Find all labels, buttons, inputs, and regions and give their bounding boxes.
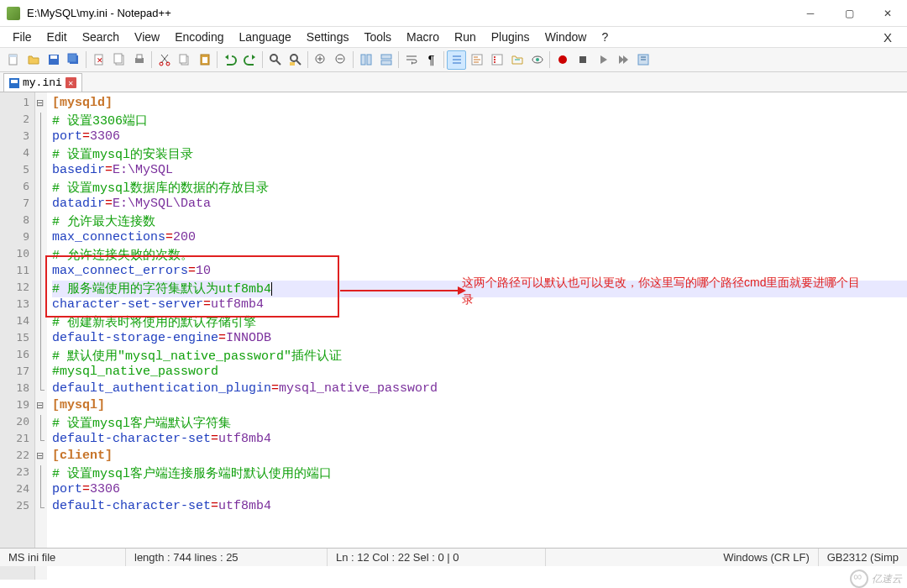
menu-settings[interactable]: Settings xyxy=(299,29,357,45)
menu-encoding[interactable]: Encoding xyxy=(167,29,231,45)
menu-run[interactable]: Run xyxy=(447,29,484,45)
code-line[interactable]: # 创建新表时将使用的默认存储引擎 xyxy=(52,314,907,331)
code-line[interactable]: # 设置3306端口 xyxy=(52,113,907,129)
indent-guide-icon[interactable] xyxy=(447,50,466,70)
menu-file[interactable]: File xyxy=(5,29,39,45)
zoom-in-icon[interactable] xyxy=(311,50,330,70)
menu-plugins[interactable]: Plugins xyxy=(484,29,537,45)
code-line[interactable]: default_authentication_plugin=mysql_nati… xyxy=(52,381,907,398)
function-list-icon[interactable] xyxy=(487,50,506,70)
save-icon[interactable] xyxy=(44,50,63,70)
new-file-icon[interactable] xyxy=(3,50,23,70)
line-number: 2 xyxy=(0,113,34,129)
maximize-button[interactable]: ▢ xyxy=(830,0,868,27)
code-view[interactable]: [mysqld]# 设置3306端口port=3306# 设置mysql的安装目… xyxy=(47,92,907,580)
menu-view[interactable]: View xyxy=(127,29,167,45)
doc-map-icon[interactable] xyxy=(467,50,486,70)
close-button[interactable]: ✕ xyxy=(868,0,907,27)
open-file-icon[interactable] xyxy=(24,50,43,70)
fold-marker xyxy=(35,247,47,264)
code-line[interactable]: basedir=E:\MySQL xyxy=(52,163,907,180)
save-all-icon[interactable] xyxy=(64,50,83,70)
undo-icon[interactable] xyxy=(220,50,239,70)
code-line[interactable]: # 默认使用"mysql_native_password"插件认证 xyxy=(52,348,907,365)
fold-marker[interactable] xyxy=(35,96,47,113)
sync-v-icon[interactable] xyxy=(356,50,375,70)
find-icon[interactable] xyxy=(265,50,285,70)
svg-text:✕: ✕ xyxy=(97,56,103,65)
redo-icon[interactable] xyxy=(240,50,260,70)
show-all-chars-icon[interactable]: ¶ xyxy=(422,50,441,70)
code-line[interactable]: max_connections=200 xyxy=(52,230,907,247)
code-line[interactable]: port=3306 xyxy=(52,129,907,146)
copy-icon[interactable] xyxy=(175,50,194,70)
fold-marker xyxy=(35,113,47,129)
code-line[interactable]: default-storage-engine=INNODB xyxy=(52,331,907,348)
record-macro-icon[interactable] xyxy=(553,50,572,70)
replace-icon[interactable] xyxy=(286,50,305,70)
code-line[interactable]: default-character-set=utf8mb4 xyxy=(52,432,907,449)
fold-column[interactable] xyxy=(35,92,47,580)
svg-rect-20 xyxy=(290,62,295,66)
code-line[interactable]: datadir=E:\MySQL\Data xyxy=(52,197,907,213)
line-number: 25 xyxy=(0,499,34,516)
line-number: 17 xyxy=(0,365,34,381)
file-tab[interactable]: my.ini ✕ xyxy=(3,73,82,92)
play-multi-icon[interactable] xyxy=(613,50,632,70)
folder-workspace-icon[interactable] xyxy=(507,50,527,70)
code-line[interactable]: port=3306 xyxy=(52,482,907,499)
monitoring-icon[interactable] xyxy=(527,50,547,70)
svg-point-18 xyxy=(270,55,277,61)
code-line[interactable]: default-character-set=utf8mb4 xyxy=(52,499,907,516)
code-line[interactable]: #mysql_native_password xyxy=(52,365,907,381)
fold-marker[interactable] xyxy=(35,449,47,465)
code-line[interactable]: [client] xyxy=(52,449,907,465)
svg-rect-24 xyxy=(367,55,371,65)
editor-area[interactable]: 1234567891011121314151617181920212223242… xyxy=(0,92,907,580)
status-eol[interactable]: Windows (CR LF) xyxy=(715,549,819,566)
save-macro-icon[interactable] xyxy=(633,50,653,70)
code-line[interactable]: [mysql] xyxy=(52,398,907,415)
menu-window[interactable]: Window xyxy=(537,29,595,45)
menu-tools[interactable]: Tools xyxy=(356,29,399,45)
menu-help[interactable]: ? xyxy=(594,29,616,45)
fold-marker xyxy=(35,213,47,230)
code-line[interactable]: # 设置mysql数据库的数据的存放目录 xyxy=(52,180,907,197)
minimize-button[interactable]: ─ xyxy=(791,0,830,27)
menubar-close-x[interactable]: X xyxy=(873,30,902,45)
watermark-icon xyxy=(850,570,868,588)
menu-edit[interactable]: Edit xyxy=(39,29,75,45)
word-wrap-icon[interactable] xyxy=(401,50,421,70)
code-line[interactable]: # 允许连接失败的次数。 xyxy=(52,247,907,264)
line-number: 23 xyxy=(0,465,34,482)
zoom-out-icon[interactable] xyxy=(331,50,350,70)
app-icon xyxy=(7,7,20,20)
code-line[interactable]: [mysqld] xyxy=(52,96,907,113)
fold-marker[interactable] xyxy=(35,398,47,415)
code-line[interactable]: # 设置mysql的安装目录 xyxy=(52,146,907,163)
stop-macro-icon[interactable] xyxy=(573,50,592,70)
status-encoding[interactable]: GB2312 (Simp xyxy=(819,549,907,566)
tab-close-icon[interactable]: ✕ xyxy=(66,77,76,88)
close-all-icon[interactable] xyxy=(109,50,128,70)
code-line[interactable]: # 设置mysql客户端默认字符集 xyxy=(52,415,907,432)
line-number: 3 xyxy=(0,129,34,146)
print-icon[interactable] xyxy=(129,50,149,70)
code-line[interactable]: # 允许最大连接数 xyxy=(52,213,907,230)
fold-marker xyxy=(35,297,47,314)
svg-rect-3 xyxy=(50,55,57,59)
svg-rect-17 xyxy=(202,57,207,63)
menu-search[interactable]: Search xyxy=(75,29,127,45)
cut-icon[interactable] xyxy=(155,50,174,70)
sync-h-icon[interactable] xyxy=(376,50,396,70)
code-line[interactable]: # 设置mysql客户端连接服务端时默认使用的端口 xyxy=(52,465,907,482)
status-position: Ln : 12 Col : 22 Sel : 0 | 0 xyxy=(328,549,546,566)
play-macro-icon[interactable] xyxy=(593,50,612,70)
menu-macro[interactable]: Macro xyxy=(399,29,447,45)
paste-icon[interactable] xyxy=(195,50,214,70)
close-file-icon[interactable]: ✕ xyxy=(89,50,108,70)
menu-language[interactable]: Language xyxy=(232,29,299,45)
line-number: 9 xyxy=(0,230,34,247)
window-title: E:\MySQL\my.ini - Notepad++ xyxy=(27,7,791,19)
svg-rect-5 xyxy=(68,54,76,62)
